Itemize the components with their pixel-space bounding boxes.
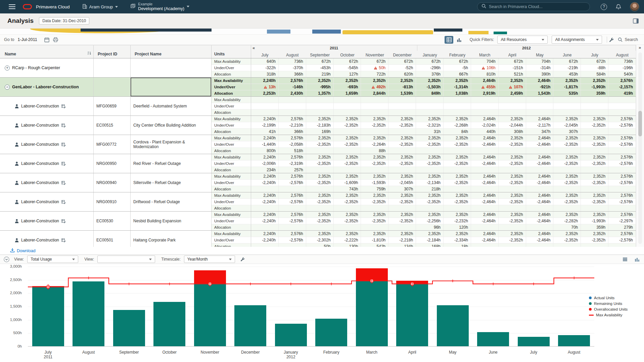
value-cell[interactable]: -693h (334, 84, 361, 90)
value-cell[interactable]: 307h (388, 186, 416, 192)
value-cell[interactable]: 219h (306, 71, 334, 77)
value-cell[interactable]: 2,352h (499, 116, 526, 122)
value-cell[interactable]: -2,210h (279, 122, 306, 129)
value-cell[interactable] (608, 243, 636, 247)
value-cell[interactable] (444, 167, 471, 173)
value-cell[interactable]: 2,352h (444, 135, 471, 141)
value-cell[interactable]: 1,038h (444, 90, 471, 96)
project-name-cell[interactable]: Nesbid Building Expansion (131, 212, 212, 230)
value-cell[interactable] (388, 167, 416, 173)
project-name-cell[interactable]: Cordova - Plant Expansion & Modernizatio… (131, 135, 212, 154)
value-cell[interactable]: 2,352h (361, 192, 388, 199)
value-cell[interactable] (499, 205, 526, 211)
value-cell[interactable] (608, 129, 636, 135)
value-cell[interactable]: 2,464h (526, 154, 554, 161)
value-cell[interactable] (361, 109, 388, 116)
value-cell[interactable]: 1,357h (306, 90, 334, 96)
global-search-input[interactable] (489, 4, 586, 9)
value-cell[interactable]: 2,352h (581, 116, 608, 122)
value-cell[interactable] (608, 97, 636, 103)
column-header-units[interactable]: Units (212, 45, 251, 58)
value-cell[interactable]: 440h (471, 129, 499, 135)
value-cell[interactable]: 2,464h (471, 173, 499, 180)
project-id-cell[interactable] (94, 58, 131, 77)
value-cell[interactable] (279, 224, 306, 230)
assignment-row-group[interactable]: Laborer-ConstructionNRG00940Sillersville… (0, 173, 636, 192)
name-cell[interactable]: +RCarp - Rough Carpenter (0, 58, 94, 77)
value-cell[interactable]: -1,817h (553, 84, 581, 90)
download-button[interactable]: Download (10, 248, 36, 254)
value-cell[interactable]: -2,352h (553, 180, 581, 186)
value-cell[interactable] (553, 186, 581, 192)
value-cell[interactable] (471, 148, 499, 154)
value-cell[interactable]: 2,464h (471, 154, 499, 161)
value-cell[interactable]: -2,464h (526, 218, 554, 224)
value-cell[interactable] (608, 148, 636, 154)
value-cell[interactable]: 2,352h (499, 231, 526, 237)
value-cell[interactable]: -2,240h (251, 218, 279, 224)
value-cell[interactable] (499, 224, 526, 230)
value-cell[interactable]: -2,576h (608, 122, 636, 129)
value-cell[interactable]: -2,464h (471, 218, 499, 224)
value-cell[interactable]: 2,576h (279, 78, 306, 84)
value-cell[interactable]: 120h (444, 224, 471, 230)
value-cell[interactable]: -2,352h (416, 141, 444, 148)
value-cell[interactable]: 455h (471, 84, 499, 90)
value-cell[interactable] (334, 109, 361, 116)
value-cell[interactable]: 419h (608, 90, 636, 96)
value-cell[interactable]: 640h (251, 58, 279, 65)
value-cell[interactable]: 218h (416, 186, 444, 192)
value-cell[interactable] (306, 103, 334, 109)
value-cell[interactable]: 2,352h (553, 135, 581, 141)
value-cell[interactable] (581, 243, 608, 247)
value-cell[interactable] (553, 109, 581, 116)
project-name-cell[interactable] (131, 78, 212, 96)
value-cell[interactable]: 2,464h (471, 135, 499, 141)
value-cell[interactable]: 453h (553, 71, 581, 77)
value-cell[interactable]: 50h (306, 243, 334, 247)
value-cell[interactable]: 2,464h (471, 78, 499, 84)
value-cell[interactable]: 2,576h (279, 116, 306, 122)
value-cell[interactable]: 2,919h (471, 90, 499, 96)
value-cell[interactable]: 2,576h (608, 154, 636, 161)
value-cell[interactable] (279, 243, 306, 247)
project-id-cell[interactable]: EC00530 (94, 212, 131, 230)
value-cell[interactable]: 2,352h (416, 135, 444, 141)
value-cell[interactable]: -2,045h (388, 180, 416, 186)
value-cell[interactable]: -2,218h (388, 237, 416, 243)
scroll-left-icon[interactable]: « (252, 45, 255, 51)
notifications-bell-icon[interactable] (616, 4, 621, 10)
value-cell[interactable]: 2,352h (553, 231, 581, 237)
column-header-name[interactable]: Name (0, 45, 94, 58)
value-cell[interactable] (499, 243, 526, 247)
value-cell[interactable]: 2,464h (471, 116, 499, 122)
value-cell[interactable]: -2,352h (334, 218, 361, 224)
resource-row-group[interactable]: −GenLabor - Laborer-ConstructionMax Avai… (0, 78, 636, 97)
value-cell[interactable]: 672h (388, 58, 416, 65)
value-cell[interactable]: -2,352h (416, 199, 444, 205)
value-cell[interactable]: -2,576h (608, 161, 636, 167)
value-cell[interactable] (388, 129, 416, 135)
value-cell[interactable]: -2,183h (306, 122, 334, 129)
value-cell[interactable] (499, 148, 526, 154)
value-cell[interactable]: -2,240h (251, 199, 279, 205)
value-cell[interactable] (334, 148, 361, 154)
value-cell[interactable]: 736h (279, 58, 306, 65)
value-cell[interactable] (306, 109, 334, 116)
value-cell[interactable]: -5h (444, 65, 471, 71)
value-cell[interactable] (444, 109, 471, 116)
value-cell[interactable] (279, 103, 306, 109)
value-cell[interactable] (251, 186, 279, 192)
value-cell[interactable] (499, 97, 526, 103)
value-cell[interactable] (499, 103, 526, 109)
value-cell[interactable]: 2,352h (388, 192, 416, 199)
name-cell[interactable]: Laborer-Construction (0, 212, 94, 230)
value-cell[interactable]: -2,240h (251, 180, 279, 186)
value-cell[interactable]: 672h (444, 58, 471, 65)
value-cell[interactable]: -2,576h (608, 199, 636, 205)
value-cell[interactable]: 2,352h (306, 116, 334, 122)
value-cell[interactable]: 2,352h (361, 173, 388, 180)
value-cell[interactable] (581, 186, 608, 192)
value-cell[interactable] (361, 224, 388, 230)
value-cell[interactable]: 2,352h (581, 154, 608, 161)
